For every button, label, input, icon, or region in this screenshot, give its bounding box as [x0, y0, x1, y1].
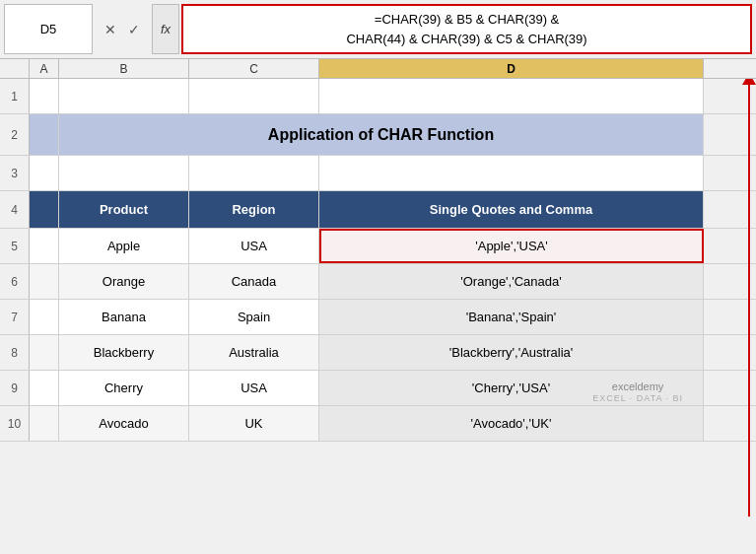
- header-single-quotes-text: Single Quotes and Comma: [430, 202, 592, 217]
- fx-label: fx: [152, 4, 179, 54]
- col-header-d[interactable]: D: [319, 59, 704, 78]
- cell-d6[interactable]: 'Orange','Canada': [319, 264, 704, 299]
- col-header-c[interactable]: C: [189, 59, 319, 78]
- row-3: 3: [0, 156, 756, 191]
- spreadsheet-wrapper: A B C D 1 2: [0, 59, 756, 554]
- formula-line1: =CHAR(39) & B5 & CHAR(39) &: [375, 10, 559, 30]
- corner-header: [0, 59, 30, 78]
- col-header-b[interactable]: B: [59, 59, 189, 78]
- row-2: 2 Application of CHAR Function: [0, 114, 756, 156]
- product-8: Blackberry: [94, 345, 154, 360]
- product-5: Apple: [107, 239, 140, 253]
- result-10: 'Avocado','UK': [471, 416, 552, 431]
- region-6: Canada: [232, 274, 277, 289]
- formula-icon-group: ✕ ✓: [95, 4, 150, 54]
- cell-c9[interactable]: USA: [189, 371, 319, 405]
- watermark: exceldemy EXCEL · DATA · BI: [592, 380, 683, 405]
- row-5: 5 Apple USA 'Apple','USA': [0, 229, 756, 264]
- region-7: Spain: [238, 310, 270, 324]
- row-1: 1: [0, 79, 756, 114]
- row-num-3: 3: [0, 156, 30, 190]
- product-7: Banana: [102, 310, 146, 324]
- cell-a8[interactable]: [30, 335, 59, 370]
- cancel-icon[interactable]: ✕: [101, 20, 120, 39]
- row-4: 4 Product Region Single Quotes and Comma: [0, 191, 756, 229]
- cell-c1[interactable]: [189, 79, 319, 113]
- header-region[interactable]: Region: [189, 191, 319, 228]
- row-6: 6 Orange Canada 'Orange','Canada': [0, 264, 756, 300]
- row-num-10: 10: [0, 406, 30, 441]
- product-9: Cherry: [104, 381, 143, 395]
- cell-d5[interactable]: 'Apple','USA': [319, 229, 704, 263]
- spreadsheet-app: D5 ✕ ✓ fx =CHAR(39) & B5 & CHAR(39) & CH…: [0, 0, 756, 554]
- cell-b1[interactable]: [59, 79, 189, 113]
- row-num-6: 6: [0, 264, 30, 299]
- header-product[interactable]: Product: [59, 191, 189, 228]
- cell-reference-label: D5: [40, 22, 57, 36]
- cell-a4[interactable]: [30, 191, 59, 228]
- cell-a1[interactable]: [30, 79, 59, 113]
- cell-b6[interactable]: Orange: [59, 264, 189, 299]
- row-num-4: 4: [0, 191, 30, 228]
- col-header-a[interactable]: A: [30, 59, 59, 78]
- cell-d8[interactable]: 'Blackberry','Australia': [319, 335, 704, 370]
- cell-a2[interactable]: [30, 114, 59, 155]
- row-num-7: 7: [0, 300, 30, 334]
- confirm-icon[interactable]: ✓: [124, 20, 144, 39]
- cell-a10[interactable]: [30, 406, 59, 441]
- result-7: 'Banana','Spain': [466, 310, 557, 324]
- column-headers: A B C D: [0, 59, 756, 79]
- title-cell[interactable]: Application of CHAR Function: [59, 114, 704, 155]
- header-product-text: Product: [100, 202, 148, 217]
- cell-a5[interactable]: [30, 229, 59, 263]
- grid-area: 1 2 Application of CHAR Function 3: [0, 79, 756, 554]
- cell-c3[interactable]: [189, 156, 319, 190]
- cell-b3[interactable]: [59, 156, 189, 190]
- region-9: USA: [241, 381, 267, 395]
- formula-input-box[interactable]: =CHAR(39) & B5 & CHAR(39) & CHAR(44) & C…: [181, 4, 752, 54]
- row-num-5: 5: [0, 229, 30, 263]
- cell-d1[interactable]: [319, 79, 704, 113]
- cell-b10[interactable]: Avocado: [59, 406, 189, 441]
- row-num-8: 8: [0, 335, 30, 370]
- result-5: 'Apple','USA': [475, 239, 548, 253]
- cell-reference-box[interactable]: D5: [4, 4, 93, 54]
- cell-c7[interactable]: Spain: [189, 300, 319, 334]
- cell-c5[interactable]: USA: [189, 229, 319, 263]
- product-6: Orange: [103, 274, 145, 289]
- formula-line2: CHAR(44) & CHAR(39) & C5 & CHAR(39): [346, 30, 586, 49]
- row-num-9: 9: [0, 371, 30, 405]
- cell-d10[interactable]: 'Avocado','UK' exceldemy EXCEL · DATA · …: [319, 406, 704, 441]
- row-7: 7 Banana Spain 'Banana','Spain': [0, 300, 756, 335]
- region-8: Australia: [229, 345, 279, 360]
- cell-d7[interactable]: 'Banana','Spain': [319, 300, 704, 334]
- cell-c6[interactable]: Canada: [189, 264, 319, 299]
- result-9: 'Cherry','USA': [472, 381, 550, 395]
- result-8: 'Blackberry','Australia': [449, 345, 574, 360]
- row-8: 8 Blackberry Australia 'Blackberry','Aus…: [0, 335, 756, 371]
- title-text: Application of CHAR Function: [268, 126, 494, 144]
- header-single-quotes[interactable]: Single Quotes and Comma: [319, 191, 704, 228]
- row-10: 10 Avocado UK 'Avocado','UK' exceldemy E…: [0, 406, 756, 442]
- cell-a3[interactable]: [30, 156, 59, 190]
- cell-b5[interactable]: Apple: [59, 229, 189, 263]
- result-6: 'Orange','Canada': [460, 274, 561, 289]
- cell-d3[interactable]: [319, 156, 704, 190]
- cell-a9[interactable]: [30, 371, 59, 405]
- header-region-text: Region: [232, 202, 275, 217]
- cell-a6[interactable]: [30, 264, 59, 299]
- row-num-1: 1: [0, 79, 30, 113]
- cell-c8[interactable]: Australia: [189, 335, 319, 370]
- product-10: Avocado: [99, 416, 148, 431]
- row-num-2: 2: [0, 114, 30, 155]
- cell-b8[interactable]: Blackberry: [59, 335, 189, 370]
- cell-b7[interactable]: Banana: [59, 300, 189, 334]
- formula-bar: D5 ✕ ✓ fx =CHAR(39) & B5 & CHAR(39) & CH…: [0, 0, 756, 59]
- cell-a7[interactable]: [30, 300, 59, 334]
- region-10: UK: [244, 416, 262, 431]
- region-5: USA: [241, 239, 267, 253]
- cell-b9[interactable]: Cherry: [59, 371, 189, 405]
- cell-c10[interactable]: UK: [189, 406, 319, 441]
